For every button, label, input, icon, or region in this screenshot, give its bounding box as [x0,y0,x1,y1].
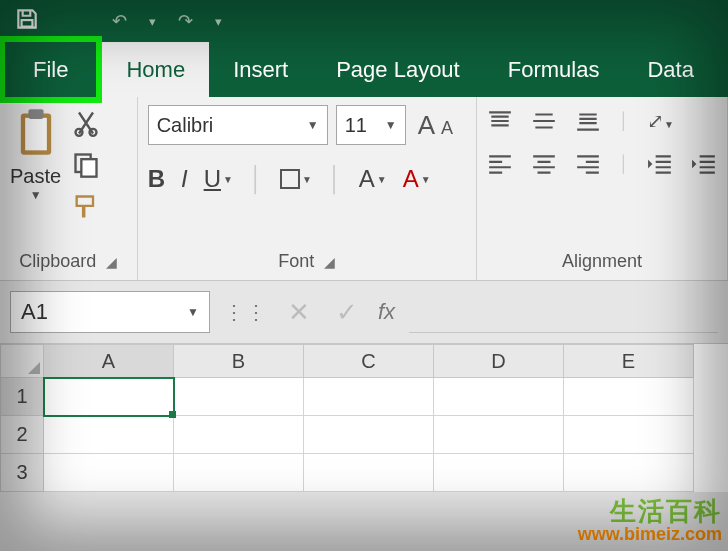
cell-b2[interactable] [174,416,304,454]
italic-button[interactable]: I [181,165,188,193]
cell-d1[interactable] [434,378,564,416]
bold-button[interactable]: B [148,165,165,193]
cell-a2[interactable] [44,416,174,454]
ribbon-separator: │ [619,112,629,130]
insert-function-button[interactable]: fx [378,299,395,325]
tab-insert[interactable]: Insert [209,42,312,97]
select-all-corner[interactable] [0,344,44,378]
enter-button[interactable]: ✓ [330,297,364,328]
cell-e1[interactable] [564,378,694,416]
underline-button[interactable]: U▼ [204,165,233,193]
row-header-3[interactable]: 3 [0,454,44,492]
align-left-icon[interactable] [487,153,513,175]
svg-rect-7 [81,159,96,177]
paste-label: Paste [10,165,61,188]
ribbon-separator: │ [328,165,343,193]
tab-data[interactable]: Data [623,42,717,97]
group-alignment: │ ⤢▼ │ Alignment [477,97,728,280]
tab-page-layout[interactable]: Page Layout [312,42,484,97]
group-font-label: Font [278,251,314,272]
font-size-value: 11 [345,114,367,137]
fill-color-button[interactable]: A▼ [359,165,387,193]
group-font: Calibri ▼ 11 ▼ A A B I U▼ │ ▼ │ A▼ [138,97,477,280]
format-painter-icon[interactable] [71,193,101,221]
font-size-combo[interactable]: 11 ▼ [336,105,406,145]
decrease-indent-icon[interactable] [647,153,673,175]
row-header-1[interactable]: 1 [0,378,44,416]
cut-icon[interactable] [71,109,101,137]
group-clipboard: Paste ▼ Clipboard◢ [0,97,138,280]
svg-rect-2 [25,118,47,150]
clipboard-dialog-launcher-icon[interactable]: ◢ [106,254,117,270]
clipboard-icon [13,107,59,159]
group-clipboard-label: Clipboard [19,251,96,272]
cell-e3[interactable] [564,454,694,492]
cell-a1[interactable] [44,378,174,416]
font-dialog-launcher-icon[interactable]: ◢ [324,254,335,270]
cell-d3[interactable] [434,454,564,492]
watermark-title: 生活百科 [578,497,722,526]
chevron-down-icon: ▼ [385,118,397,132]
tab-formulas[interactable]: Formulas [484,42,624,97]
borders-button[interactable]: ▼ [280,169,312,189]
copy-icon[interactable] [71,151,101,179]
cancel-button[interactable]: ✕ [282,297,316,328]
align-right-icon[interactable] [575,153,601,175]
column-header-a[interactable]: A [44,344,174,378]
tab-file[interactable]: File [0,36,102,103]
svg-rect-0 [22,20,33,27]
align-middle-icon[interactable] [531,110,557,132]
font-color-button[interactable]: A▼ [403,165,431,193]
name-box-value: A1 [21,299,48,325]
name-box[interactable]: A1 ▼ [10,291,210,333]
ribbon-separator: │ [249,165,264,193]
column-header-c[interactable]: C [304,344,434,378]
row-header-2[interactable]: 2 [0,416,44,454]
title-bar: ↶ ▾ ↷ ▾ [0,0,728,42]
cell-a3[interactable] [44,454,174,492]
cell-b1[interactable] [174,378,304,416]
column-header-e[interactable]: E [564,344,694,378]
font-name-value: Calibri [157,114,214,137]
cell-b3[interactable] [174,454,304,492]
undo-icon[interactable]: ↶ [112,10,127,32]
undo-dropdown-icon[interactable]: ▾ [149,14,156,29]
font-name-combo[interactable]: Calibri ▼ [148,105,328,145]
formula-bar: A1 ▼ ⋮⋮ ✕ ✓ fx [0,281,728,344]
align-center-icon[interactable] [531,153,557,175]
watermark-url: www.bimeiz.com [578,525,722,545]
increase-indent-icon[interactable] [691,153,717,175]
cell-c2[interactable] [304,416,434,454]
watermark: 生活百科 www.bimeiz.com [578,497,722,545]
cell-e2[interactable] [564,416,694,454]
formula-bar-grip-icon[interactable]: ⋮⋮ [224,300,268,324]
column-header-d[interactable]: D [434,344,564,378]
ribbon-separator: │ [619,155,629,173]
group-alignment-label: Alignment [562,251,642,272]
border-icon [280,169,300,189]
paste-dropdown-icon[interactable]: ▼ [30,188,42,202]
decrease-font-size-button[interactable]: A [441,118,453,139]
align-top-icon[interactable] [487,110,513,132]
formula-input[interactable] [409,291,718,333]
tab-home[interactable]: Home [102,42,209,97]
column-header-b[interactable]: B [174,344,304,378]
ribbon: Paste ▼ Clipboard◢ Calibri ▼ 11 ▼ [0,97,728,281]
chevron-down-icon: ▼ [307,118,319,132]
qat-customize-icon[interactable]: ▾ [215,14,222,29]
redo-icon[interactable]: ↷ [178,10,193,32]
chevron-down-icon: ▼ [187,305,199,319]
worksheet-grid[interactable]: A B C D E 1 2 3 [0,344,728,492]
paste-button[interactable]: Paste ▼ [10,105,61,247]
svg-rect-3 [28,109,43,119]
align-bottom-icon[interactable] [575,110,601,132]
orientation-button[interactable]: ⤢▼ [647,109,674,133]
cell-c1[interactable] [304,378,434,416]
cell-d2[interactable] [434,416,564,454]
save-icon[interactable] [14,6,40,36]
increase-font-size-button[interactable]: A [418,110,435,141]
ribbon-tabs: File Home Insert Page Layout Formulas Da… [0,42,728,97]
cell-c3[interactable] [304,454,434,492]
